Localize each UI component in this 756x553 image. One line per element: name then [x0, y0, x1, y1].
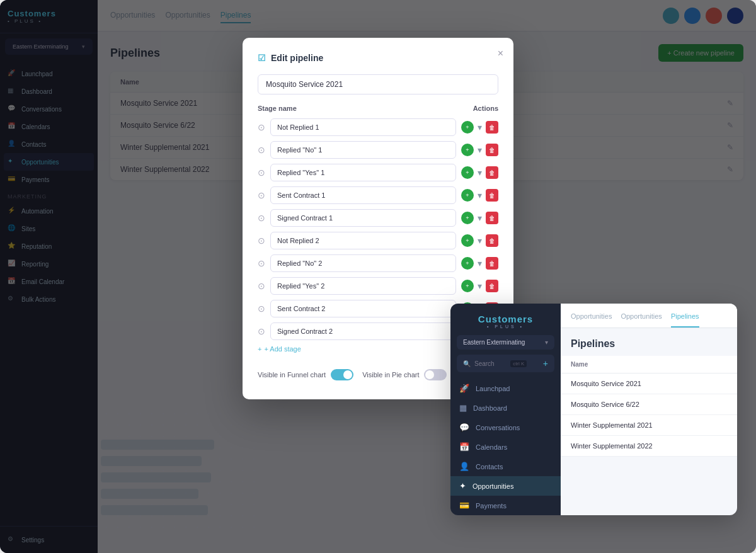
stage-activate-button-4[interactable]: + — [461, 189, 474, 202]
stage-delete-button-4[interactable]: 🗑 — [486, 189, 498, 202]
stage-delete-button-3[interactable]: 🗑 — [486, 166, 498, 179]
stage-input-2[interactable] — [270, 141, 456, 159]
drag-handle-icon[interactable]: ⊙ — [258, 304, 265, 314]
fp-nav-label-opportunities: Opportunities — [472, 482, 513, 490]
fp-sidebar: Customers • PLUS • Eastern Exterminating… — [450, 304, 561, 515]
filter-icon-5[interactable]: ▾ — [478, 213, 482, 223]
fp-nav-launchpad[interactable]: 🚀 Launchpad — [450, 379, 561, 398]
drag-handle-icon[interactable]: ⊙ — [258, 145, 265, 155]
pipeline-name-input[interactable] — [258, 74, 498, 94]
stage-delete-button-1[interactable]: 🗑 — [486, 121, 498, 134]
drag-handle-icon[interactable]: ⊙ — [258, 190, 265, 200]
stage-activate-button-2[interactable]: + — [461, 144, 474, 156]
stage-input-6[interactable] — [270, 232, 456, 249]
stage-row-4: ⊙ + ▾ 🗑 — [258, 186, 498, 204]
front-panel: Customers • PLUS • Eastern Exterminating… — [450, 304, 737, 515]
fp-search-add-icon[interactable]: + — [543, 358, 548, 368]
drag-handle-icon[interactable]: ⊙ — [258, 326, 265, 336]
stage-delete-button-6[interactable]: 🗑 — [486, 234, 498, 247]
stage-row-7: ⊙ + ▾ 🗑 — [258, 254, 498, 272]
stage-input-3[interactable] — [270, 164, 456, 181]
contacts-icon: 👤 — [459, 462, 469, 471]
pie-toggle[interactable] — [424, 369, 447, 380]
stage-activate-button-1[interactable]: + — [461, 121, 474, 134]
stage-activate-button-7[interactable]: + — [461, 257, 474, 270]
drag-handle-icon[interactable]: ⊙ — [258, 258, 265, 268]
stage-input-7[interactable] — [270, 254, 456, 272]
add-stage-button[interactable]: + + Add stage — [258, 345, 301, 353]
drag-handle-icon[interactable]: ⊙ — [258, 213, 265, 223]
fp-account-chevron-icon: ▾ — [545, 339, 548, 346]
stage-actions-6: + ▾ 🗑 — [461, 234, 498, 247]
modal-close-button[interactable]: × — [498, 48, 503, 59]
stage-activate-button-3[interactable]: + — [461, 166, 474, 179]
fp-logo-text: Customers — [459, 314, 552, 324]
fp-nav-payments[interactable]: 💳 Payments — [450, 496, 561, 515]
payments-icon: 💳 — [459, 501, 469, 510]
stage-actions-8: + ▾ 🗑 — [461, 280, 498, 292]
filter-icon-7[interactable]: ▾ — [478, 258, 482, 268]
stage-delete-button-8[interactable]: 🗑 — [486, 280, 498, 292]
stage-row-2: ⊙ + ▾ 🗑 — [258, 141, 498, 159]
stage-delete-button-7[interactable]: 🗑 — [486, 257, 498, 270]
funnel-toggle[interactable] — [331, 369, 353, 380]
filter-icon-8[interactable]: ▾ — [478, 281, 482, 291]
search-icon: 🔍 — [463, 360, 471, 367]
stage-actions-3: + ▾ 🗑 — [461, 166, 498, 179]
fp-tab-opportunities-1[interactable]: Opportunities — [571, 312, 612, 328]
fp-nav-calendars[interactable]: 📅 Calendars — [450, 437, 561, 457]
fp-tab-pipelines[interactable]: Pipelines — [671, 312, 699, 328]
stage-input-10[interactable] — [270, 322, 456, 340]
stage-activate-button-6[interactable]: + — [461, 234, 474, 247]
stage-row-6: ⊙ + ▾ 🗑 — [258, 232, 498, 249]
stage-name-label: Stage name — [258, 105, 297, 112]
fp-account-selector[interactable]: Eastern Exterminating ▾ — [457, 335, 554, 350]
fp-nav-contacts[interactable]: 👤 Contacts — [450, 457, 561, 476]
fp-table-row-2[interactable]: Mosquito Service 6/22 — [561, 394, 737, 415]
funnel-label: Visible in Funnel chart — [258, 371, 326, 379]
stage-row-3: ⊙ + ▾ 🗑 — [258, 164, 498, 181]
drag-handle-icon[interactable]: ⊙ — [258, 168, 265, 178]
filter-icon-6[interactable]: ▾ — [478, 236, 482, 246]
stage-header: Stage name Actions — [258, 105, 498, 112]
fp-tab-opportunities-2[interactable]: Opportunities — [621, 312, 662, 328]
filter-icon-4[interactable]: ▾ — [478, 190, 482, 200]
stage-input-1[interactable] — [270, 118, 456, 136]
stage-activate-button-8[interactable]: + — [461, 280, 474, 292]
fp-table-row-4[interactable]: Winter Supplemental 2022 — [561, 436, 737, 457]
stage-row-8: ⊙ + ▾ 🗑 — [258, 277, 498, 295]
stage-activate-button-5[interactable]: + — [461, 212, 474, 224]
stage-input-5[interactable] — [270, 209, 456, 227]
stage-actions-5: + ▾ 🗑 — [461, 212, 498, 224]
fp-page-title: Pipelines — [561, 328, 737, 356]
edit-icon: ☑ — [258, 53, 266, 63]
stage-input-8[interactable] — [270, 277, 456, 295]
filter-icon-2[interactable]: ▾ — [478, 145, 482, 155]
stage-input-9[interactable] — [270, 300, 456, 317]
fp-search-shortcut: ctrl K — [510, 360, 527, 367]
fp-table-header: Name — [561, 356, 737, 373]
fp-nav-conversations[interactable]: 💬 Conversations — [450, 418, 561, 437]
drag-handle-icon[interactable]: ⊙ — [258, 281, 265, 291]
stage-input-4[interactable] — [270, 186, 456, 204]
calendars-icon: 📅 — [459, 442, 469, 452]
fp-search-bar[interactable]: 🔍 Search ctrl K + — [457, 355, 554, 372]
filter-icon-3[interactable]: ▾ — [478, 168, 482, 178]
dashboard-icon: ▦ — [459, 403, 467, 413]
plus-icon: + — [258, 345, 261, 353]
fp-table-row-3[interactable]: Winter Supplemental 2021 — [561, 415, 737, 436]
filter-icon-1[interactable]: ▾ — [478, 122, 482, 132]
stage-delete-button-2[interactable]: 🗑 — [486, 144, 498, 156]
fp-nav-dashboard[interactable]: ▦ Dashboard — [450, 398, 561, 418]
fp-logo-sub: • PLUS • — [459, 324, 552, 329]
modal-title: ☑ Edit pipeline — [258, 53, 498, 63]
drag-handle-icon[interactable]: ⊙ — [258, 122, 265, 132]
stage-row-5: ⊙ + ▾ 🗑 — [258, 209, 498, 227]
fp-nav-label-conversations: Conversations — [476, 424, 520, 431]
fp-nav-opportunities[interactable]: ✦ Opportunities — [450, 476, 561, 496]
fp-table-row-1[interactable]: Mosquito Service 2021 — [561, 373, 737, 394]
pie-label: Visible in Pie chart — [362, 371, 419, 379]
fp-nav-label-payments: Payments — [476, 502, 507, 510]
drag-handle-icon[interactable]: ⊙ — [258, 236, 265, 246]
stage-delete-button-5[interactable]: 🗑 — [486, 212, 498, 224]
